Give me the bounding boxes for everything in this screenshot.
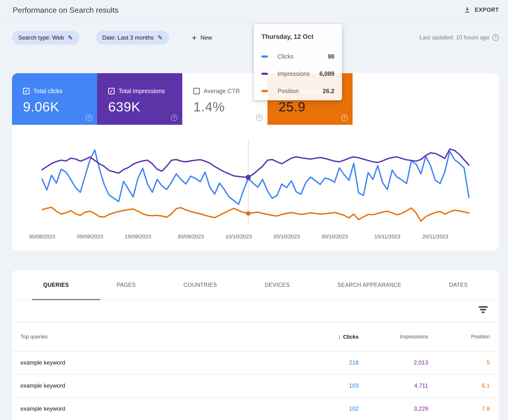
help-icon[interactable]: ? [171, 114, 177, 121]
edit-pencil-icon: ✎ [158, 34, 163, 42]
new-filter-label: New [200, 34, 212, 41]
x-axis-tick-label: 09/09/2023 [77, 233, 103, 240]
clicks-cell: 218 [323, 359, 359, 366]
metric-card-total-impressions[interactable]: ✓Total impressions639K? [97, 73, 182, 125]
tooltip-row-label: Impressions [278, 70, 310, 77]
download-icon [464, 6, 471, 14]
search-type-chip[interactable]: Search type: Web ✎ [12, 31, 79, 45]
tooltip-row-value: 98 [328, 53, 334, 60]
position-cell: 6.1 [428, 382, 490, 389]
tooltip-row-impressions: Impressions6,089 [261, 65, 334, 82]
tab-search-appearance[interactable]: SEARCH APPEARANCE [333, 282, 406, 288]
clicks-line [42, 150, 469, 204]
help-icon[interactable]: ? [493, 34, 499, 41]
metric-card-value: 639K [108, 99, 182, 114]
clicks-series-swatch-icon [261, 55, 268, 58]
tooltip-row-position: Position26.2 [261, 82, 334, 100]
x-axis-tick-label: 30/09/2023 [177, 233, 204, 240]
last-updated-text: Last updated: 10 hours ago [420, 34, 490, 41]
x-axis-tick-label: 10/11/2023 [374, 233, 400, 240]
tooltip-row-label: Position [278, 88, 299, 95]
tooltip-row-value: 6,089 [319, 70, 334, 77]
position-cell: 5 [428, 359, 490, 366]
help-icon[interactable]: ? [256, 114, 263, 121]
search-type-chip-label: Search type: Web [18, 34, 64, 41]
x-axis-tick-label: 10/10/2023 [225, 233, 252, 240]
new-filter-button[interactable]: + New [192, 31, 212, 45]
top-queries-header[interactable]: Top queries [20, 334, 323, 340]
table-header-row: Top queries ↓Clicks Impressions Position [12, 322, 499, 351]
export-label: EXPORT [475, 7, 499, 13]
query-cell: example keyword [20, 382, 323, 389]
date-filter-chip[interactable]: Date: Last 3 months ✎ [96, 31, 169, 45]
tab-pages[interactable]: PAGES [112, 282, 140, 288]
x-axis-tick-label: 20/10/2023 [273, 233, 300, 240]
impressions-hover-dot [246, 175, 251, 180]
checked-checkbox-icon[interactable]: ✓ [23, 88, 29, 94]
table-row[interactable]: example keyword2182,0135 [12, 351, 499, 375]
page-header: Performance on Search results EXPORT [0, 0, 508, 24]
impressions-series-swatch-icon [261, 73, 268, 75]
tooltip-row-clicks: Clicks98 [261, 48, 334, 65]
dimension-tabs: QUERIESPAGESCOUNTRIESDEVICESSEARCH APPEA… [12, 270, 499, 300]
last-updated: Last updated: 10 hours ago ? [420, 34, 499, 41]
impressions-cell: 2,013 [359, 359, 428, 366]
metric-card-value: 9.06K [23, 99, 97, 114]
header-divider [0, 24, 508, 24]
clicks-cell: 102 [323, 405, 359, 412]
impressions-header[interactable]: Impressions [359, 334, 428, 340]
edit-pencil-icon: ✎ [68, 34, 73, 42]
x-axis-tick-label: 30/10/2023 [321, 233, 348, 240]
help-icon[interactable]: ? [341, 114, 348, 121]
position-hover-dot [246, 211, 251, 216]
plus-icon: + [192, 34, 197, 42]
position-series-swatch-icon [261, 90, 268, 92]
chart-hover-tooltip: Thursday, 12 Oct Clicks98Impressions6,08… [254, 24, 342, 100]
x-axis-tick-label: 20/11/2023 [422, 233, 448, 240]
position-header[interactable]: Position [428, 334, 490, 340]
checked-checkbox-icon[interactable]: ✓ [108, 88, 115, 94]
table-row[interactable]: example keyword1023,2297.9 [12, 398, 499, 420]
x-axis-tick-label: 30/08/2023 [29, 233, 55, 240]
table-body: example keyword2182,0135example keyword1… [12, 351, 499, 420]
performance-line-chart[interactable]: 30/08/202309/09/202319/09/202330/09/2023… [12, 133, 499, 251]
dimensions-table-panel: QUERIESPAGESCOUNTRIESDEVICESSEARCH APPEA… [12, 270, 499, 420]
tooltip-row-label: Clicks [278, 53, 294, 60]
sort-descending-icon: ↓ [338, 333, 341, 340]
x-axis-tick-label: 19/09/2023 [125, 233, 151, 240]
metric-card-value: 1.4% [193, 99, 267, 114]
tab-countries[interactable]: COUNTRIES [179, 282, 222, 288]
position-cell: 7.9 [428, 405, 490, 412]
metric-card-label: Total clicks [33, 88, 62, 95]
tab-dates[interactable]: DATES [444, 282, 472, 288]
metric-card-label: Total impressions [118, 88, 165, 95]
position-line [42, 207, 469, 221]
help-icon[interactable]: ? [86, 114, 92, 121]
query-cell: example keyword [20, 405, 323, 412]
tab-queries[interactable]: QUERIES [38, 282, 74, 288]
impressions-cell: 4,711 [359, 382, 428, 389]
table-row[interactable]: example keyword1034,7116.1 [12, 375, 499, 398]
metric-card-value: 25.9 [279, 99, 353, 114]
unchecked-checkbox-icon[interactable] [193, 88, 200, 94]
filter-rows-icon[interactable] [478, 306, 488, 314]
impressions-line [42, 149, 469, 177]
page-title: Performance on Search results [13, 6, 118, 15]
metric-card-total-clicks[interactable]: ✓Total clicks9.06K? [12, 73, 97, 125]
metric-card-label: Average CTR [204, 88, 240, 95]
date-chip-label: Date: Last 3 months [102, 34, 154, 41]
clicks-header[interactable]: ↓Clicks [323, 333, 359, 340]
table-toolbar [12, 300, 499, 322]
export-button[interactable]: EXPORT [464, 6, 499, 14]
tab-devices[interactable]: DEVICES [260, 282, 294, 288]
tooltip-date: Thursday, 12 Oct [261, 33, 334, 41]
impressions-cell: 3,229 [359, 405, 428, 412]
tooltip-row-value: 26.2 [323, 88, 334, 95]
query-cell: example keyword [20, 359, 323, 366]
clicks-cell: 103 [323, 382, 359, 389]
